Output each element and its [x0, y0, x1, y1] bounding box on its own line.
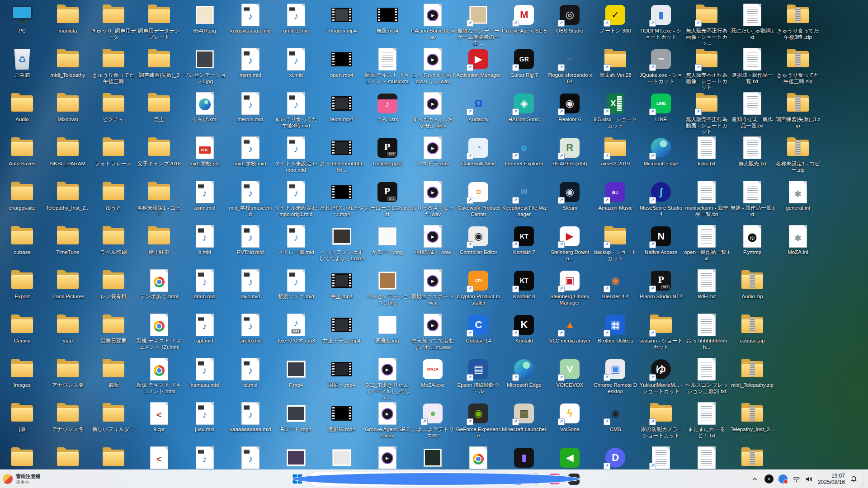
desktop-icon[interactable]: ◉↗Steam [547, 181, 592, 211]
desktop-icon[interactable]: ▮ [501, 446, 547, 469]
desktop-icon[interactable]: ↗syasinn - ショートカット [638, 314, 684, 350]
desktop-icon[interactable]: e↗Internet Explorer [501, 136, 547, 167]
desktop-icon[interactable]: Export [0, 269, 45, 300]
desktop-icon[interactable]: 65407.jpg [182, 4, 227, 34]
desktop-icon[interactable]: 最新 [91, 358, 136, 389]
desktop-icon[interactable]: ✱general.ini [775, 181, 821, 211]
desktop-icon[interactable]: V↗VOICEVOX [547, 358, 592, 389]
desktop-icon[interactable]: open - 親作品一覧.txt [684, 225, 729, 262]
desktop-icon[interactable]: jijii [0, 402, 45, 433]
desktop-icon[interactable]: ♪aorin.mid [182, 181, 227, 211]
desktop-icon[interactable]: ◉↗Blender 4.4 [593, 269, 638, 300]
desktop-icon[interactable]: K↗Kontakt [501, 314, 547, 344]
desktop-icon[interactable]: ♪mid_学校.mid [228, 136, 273, 167]
desktop-icon[interactable]: yuto [45, 314, 90, 344]
desktop-icon[interactable]: 無人販売.txt [730, 136, 775, 167]
desktop-icon[interactable]: 売上 [137, 92, 182, 123]
desktop-icon[interactable]: ♪mid_学校.muse.mid [228, 181, 273, 217]
desktop-icon[interactable]: TimeTune [45, 225, 90, 256]
desktop-icon[interactable]: 通知うぜえ - 親作品一覧.txt [730, 92, 775, 129]
desktop-icon[interactable]: ♪uaaaaaaaaaa.mid [228, 402, 273, 433]
desktop-icon[interactable]: ♪きゅうり食ってた午後3時.mid [274, 92, 319, 129]
desktop-icon[interactable]: ↗筆まめ Ver.28 [593, 48, 638, 79]
desktop-icon[interactable]: ▦↗Brother Utilities [593, 314, 638, 344]
desktop-icon[interactable]: 新規 テキスト ドキュメント.musicxml [365, 48, 410, 84]
desktop-icon[interactable]: Fコード.mp4 [274, 402, 319, 433]
desktop-icon[interactable] [410, 446, 455, 469]
desktop-icon[interactable]: ▶↗Steinberg Downlo... [547, 225, 592, 262]
desktop-icon[interactable]: PNT2↗Piapro Studio NT2 [638, 269, 684, 300]
desktop-icon[interactable]: ↗孤独なインディーゲーム開発者の一生 ... [456, 4, 501, 47]
desktop-icon[interactable]: 無題.mp4 [365, 4, 410, 34]
desktop-icon[interactable]: ♪xl.mid [274, 48, 319, 79]
desktop-icon[interactable]: 選択肢 - 親作品一覧.txt [730, 48, 775, 84]
desktop-icon[interactable]: F.mp4 [274, 358, 319, 389]
desktop-icon[interactable]: NKSC_PARAM [45, 136, 90, 167]
desktop-icon[interactable]: ◉↗GeForce Experience [456, 402, 501, 439]
desktop-icon[interactable]: cubase.zip [730, 314, 775, 344]
desktop-icon[interactable]: Auto Saves [0, 136, 45, 167]
desktop-icon[interactable]: ◈↗HALion Sonic [501, 92, 547, 123]
desktop-icon[interactable]: open.mp4 [319, 48, 364, 79]
desktop-icon[interactable]: 新規 テキスト ドキュメント (2).html [137, 314, 182, 350]
desktop-icon[interactable]: ◔↗Cakewalk Next [456, 136, 501, 167]
desktop-icon[interactable]: ♪MP3わかりやす.mp3 [274, 314, 319, 344]
desktop-icon[interactable]: ksks.txt [684, 136, 729, 167]
desktop-icon[interactable]: ♪メドレー風.mid [274, 225, 319, 256]
desktop-icon[interactable]: ▶パズドラ.wav [410, 136, 455, 167]
desktop-icon[interactable]: ♪mero.mid [228, 48, 273, 79]
desktop-icon[interactable]: ▶↗Activation Manager [456, 48, 501, 79]
desktop-icon[interactable]: D↗ [593, 446, 638, 469]
desktop-icon[interactable]: teion.mp4 [319, 92, 364, 123]
desktop-icon[interactable]: 無題 - 親作品一覧.txt [730, 181, 775, 217]
desktop-icon[interactable]: 調声用データテンプレート [137, 4, 182, 40]
taskbar-pinned-chrome[interactable] [470, 470, 487, 488]
desktop-icon[interactable] [45, 446, 90, 469]
desktop-icon[interactable]: ◉↗Controller Editor [456, 225, 501, 256]
desktop-icon[interactable]: midi_Telepathy.zip [730, 358, 775, 389]
desktop-icon[interactable]: Telepathy_Inst_2... [45, 181, 90, 211]
desktop-icon[interactable]: おっ hhhhhhhhhhhhh... [319, 136, 364, 173]
desktop-icon[interactable]: ▶001_東北きりたん（ノーマル）_今じゃ... [365, 358, 410, 401]
desktop-icon[interactable]: KT↗Kontakt 7 [501, 225, 547, 256]
desktop-icon[interactable]: きゅうり食ってた午後3時 .zip [775, 4, 821, 40]
desktop-icon[interactable]: 営業日変更 [91, 314, 136, 344]
desktop-icon[interactable]: 父子キャンプ2018 [137, 136, 182, 167]
desktop-icon[interactable]: ♪jusu.mid [182, 402, 227, 433]
desktop-icon[interactable]: ▶ずんだもん_しおかぜふ.wav [410, 92, 455, 129]
desktop-icon[interactable]: N↗Native Access [638, 225, 684, 256]
desktop-icon[interactable]: 井上.mp4 [319, 269, 364, 300]
desktop-icon[interactable] [91, 446, 136, 469]
desktop-icon[interactable]: <9.cpr [137, 402, 182, 433]
desktop-icon[interactable]: ▶答え知っててもむずいわこれ.wav [410, 314, 455, 350]
desktop-icon[interactable]: Audio [0, 92, 45, 123]
desktop-icon[interactable]: ‖‖↗Keepforest File Manager [501, 181, 547, 217]
desktop-icon[interactable]: ↗airset2-2019 [593, 136, 638, 167]
desktop-icon[interactable]: ♪meroin.mid [228, 92, 273, 123]
desktop-icon[interactable]: ↗backup - ショートカット [593, 225, 638, 262]
desktop-icon[interactable]: くらび.xml [182, 92, 227, 123]
desktop-icon[interactable]: chatgpt-site [0, 181, 45, 211]
desktop-icon[interactable]: ↗Microsoft Edge [501, 358, 547, 389]
desktop-icon[interactable]: ~↗JQuake.exe - ショートカット [638, 48, 684, 84]
desktop-icon[interactable] [730, 446, 775, 469]
taskbar-clock[interactable]: 19:07 2025/08/16 [818, 473, 845, 485]
desktop-icon[interactable]: ▶小銭詰まり.wav [410, 225, 455, 256]
desktop-icon[interactable]: 名称未設定1 - コピー.zip [775, 136, 821, 173]
desktop-icon[interactable] [456, 446, 501, 469]
desktop-icon[interactable]: MoZAMoZA.exe [410, 358, 455, 389]
desktop-icon[interactable]: GR↗Guitar Rig 7 [501, 48, 547, 79]
desktop-icon[interactable]: 新規 テキスト ドキュメント.html [137, 358, 182, 394]
desktop-icon[interactable]: 調声練習(失敗)_3.zip [775, 92, 821, 129]
desktop-icon[interactable]: ↗無人販売不正行為画像 - ショートカット [684, 48, 729, 91]
desktop-icon[interactable]: プレゼンテーション1.jpg [182, 48, 227, 84]
desktop-icon[interactable]: ▶Groove Agent SE 01.wav [365, 402, 410, 439]
desktop-icon[interactable]: ✓↗ノートン 360 [593, 4, 638, 34]
desktop-icon[interactable]: だれだFXいれたやつ.mp4 [319, 181, 364, 217]
desktop-icon[interactable]: a♪↗Amazon Music [593, 181, 638, 211]
desktop-icon[interactable]: ▩↗Minecraft Launcher [501, 402, 547, 433]
desktop-icon[interactable]: ≡↗Cakewalk Product Center [456, 181, 501, 217]
desktop-icon[interactable]: midi_Telepathy [45, 48, 90, 79]
desktop-icon[interactable]: LINE↗LINE [638, 92, 684, 123]
desktop-icon[interactable]: きゅうり_調声用データ [91, 4, 136, 40]
